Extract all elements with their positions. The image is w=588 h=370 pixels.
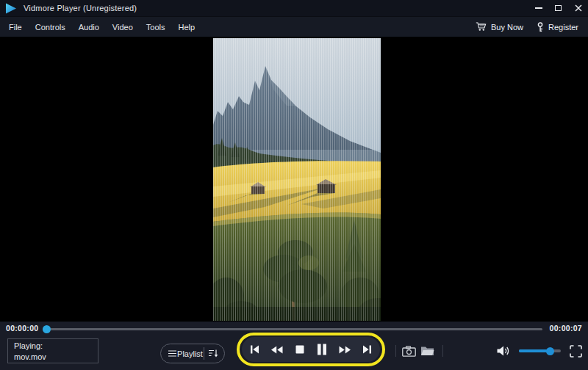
elapsed-time: 00:00:00	[6, 324, 38, 333]
playlist-divider	[204, 347, 204, 360]
next-icon	[362, 345, 372, 354]
titlebar: Vidmore Player (Unregistered)	[0, 0, 588, 16]
divider	[442, 345, 443, 357]
play-order-icon[interactable]	[209, 349, 218, 358]
minimize-icon	[535, 7, 542, 9]
stop-button[interactable]	[290, 341, 309, 358]
fast-forward-icon	[339, 346, 351, 354]
maximize-icon	[555, 5, 562, 11]
previous-button[interactable]	[245, 341, 265, 358]
now-playing-label: Playing:	[14, 341, 92, 352]
next-button[interactable]	[357, 341, 377, 358]
highlight-annotation	[237, 333, 385, 366]
now-playing-box: Playing: mov.mov	[7, 338, 98, 363]
register-button[interactable]: Register	[530, 22, 585, 32]
now-playing-filename: mov.mov	[14, 352, 92, 363]
snapshot-button[interactable]	[399, 341, 418, 360]
seek-thumb[interactable]	[43, 325, 51, 333]
buy-now-label: Buy Now	[491, 23, 523, 32]
register-label: Register	[548, 23, 578, 32]
rewind-icon	[270, 346, 283, 354]
window-title: Vidmore Player (Unregistered)	[24, 4, 137, 12]
transport-controls	[242, 337, 380, 362]
list-icon	[168, 350, 176, 357]
window-controls	[528, 0, 588, 16]
volume-thumb[interactable]	[546, 347, 554, 355]
menubar: File Controls Audio Video Tools Help Buy…	[0, 16, 588, 37]
close-icon	[575, 4, 582, 12]
pause-button[interactable]	[312, 341, 332, 358]
open-file-button[interactable]	[417, 341, 437, 360]
stop-icon	[295, 345, 304, 354]
playlist-button[interactable]: Playlist	[160, 344, 225, 363]
vidmore-logo-icon	[5, 3, 17, 14]
folder-icon	[420, 346, 434, 356]
menubar-right: Buy Now Register	[469, 22, 588, 32]
control-panel: 00:00:00 00:00:07 Playing: mov.mov Playl…	[0, 322, 588, 370]
menu-video[interactable]: Video	[106, 23, 140, 32]
fast-forward-button[interactable]	[335, 341, 355, 358]
total-time: 00:00:07	[550, 324, 582, 333]
mute-button[interactable]	[494, 341, 513, 360]
seek-bar[interactable]	[43, 328, 542, 330]
previous-icon	[250, 345, 259, 354]
playlist-label: Playlist	[176, 349, 204, 358]
divider	[395, 345, 396, 357]
key-icon	[537, 22, 544, 32]
menu-file[interactable]: File	[2, 23, 29, 32]
close-button[interactable]	[568, 0, 588, 16]
menu-audio[interactable]: Audio	[72, 23, 106, 32]
minimize-button[interactable]	[528, 0, 548, 16]
video-frame-mountain-scene	[213, 38, 381, 321]
maximize-button[interactable]	[548, 0, 568, 16]
cart-icon	[476, 22, 487, 32]
menu-tools[interactable]: Tools	[140, 23, 172, 32]
menu-help[interactable]: Help	[171, 23, 201, 32]
volume-fill	[519, 349, 550, 352]
player-window: Vidmore Player (Unregistered) File Contr…	[0, 0, 588, 370]
speaker-icon	[497, 346, 510, 356]
volume-slider[interactable]	[519, 349, 561, 352]
camera-icon	[402, 346, 416, 357]
video-canvas[interactable]	[213, 38, 381, 321]
menu-controls[interactable]: Controls	[29, 23, 72, 32]
pause-icon	[317, 344, 327, 355]
rewind-button[interactable]	[267, 341, 287, 358]
fullscreen-button[interactable]	[566, 341, 585, 360]
video-area	[0, 37, 588, 322]
fullscreen-icon	[570, 345, 582, 358]
buy-now-button[interactable]: Buy Now	[469, 22, 530, 32]
